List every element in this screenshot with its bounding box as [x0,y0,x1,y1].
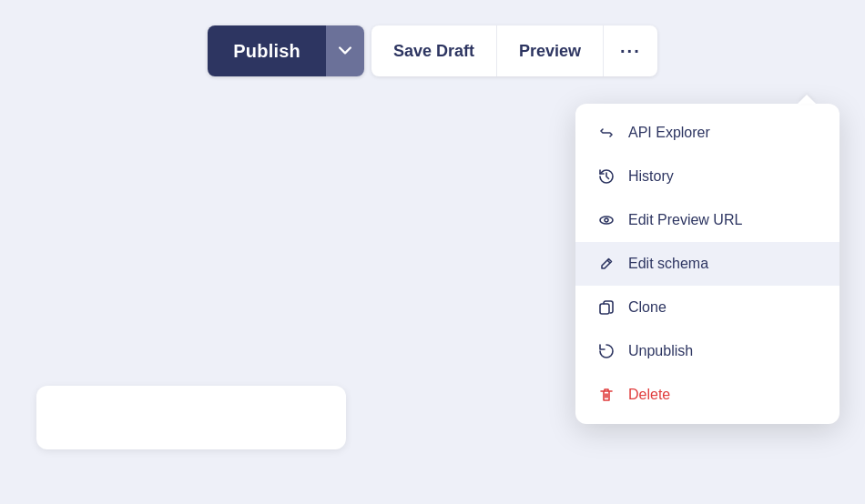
publish-dropdown-button[interactable] [326,25,364,76]
unpublish-icon [597,342,616,360]
trash-icon [597,386,616,404]
bottom-content-box [36,386,346,449]
save-draft-button[interactable]: Save Draft [371,25,497,76]
menu-label-history: History [628,168,674,185]
api-icon [597,124,616,142]
menu-label-unpublish: Unpublish [628,343,693,359]
menu-label-clone: Clone [628,299,667,316]
dropdown-menu: API Explorer History Edit Preview URL [575,104,840,424]
menu-item-delete[interactable]: Delete [575,373,840,417]
preview-button[interactable]: Preview [497,25,604,76]
history-icon [597,167,616,186]
more-button[interactable]: ··· [604,25,657,76]
menu-label-api-explorer: API Explorer [628,125,710,141]
menu-item-history[interactable]: History [575,155,840,198]
menu-item-clone[interactable]: Clone [575,286,840,329]
publish-button[interactable]: Publish [208,25,326,76]
menu-label-edit-schema: Edit schema [628,256,708,272]
svg-rect-2 [600,304,609,314]
right-button-group: Save Draft Preview ··· [371,25,657,76]
menu-item-api-explorer[interactable]: API Explorer [575,111,840,155]
svg-point-0 [600,217,613,224]
chevron-down-icon [339,45,351,57]
menu-label-edit-preview-url: Edit Preview URL [628,212,742,228]
menu-label-delete: Delete [628,387,670,403]
edit-icon [597,255,616,273]
svg-point-1 [605,218,608,222]
eye-icon [597,211,616,229]
clone-icon [597,298,616,317]
menu-item-edit-schema[interactable]: Edit schema [575,242,840,286]
menu-item-edit-preview-url[interactable]: Edit Preview URL [575,198,840,242]
menu-item-unpublish[interactable]: Unpublish [575,329,840,373]
publish-group: Publish [208,25,364,76]
toolbar: Publish Save Draft Preview ··· [0,25,865,76]
